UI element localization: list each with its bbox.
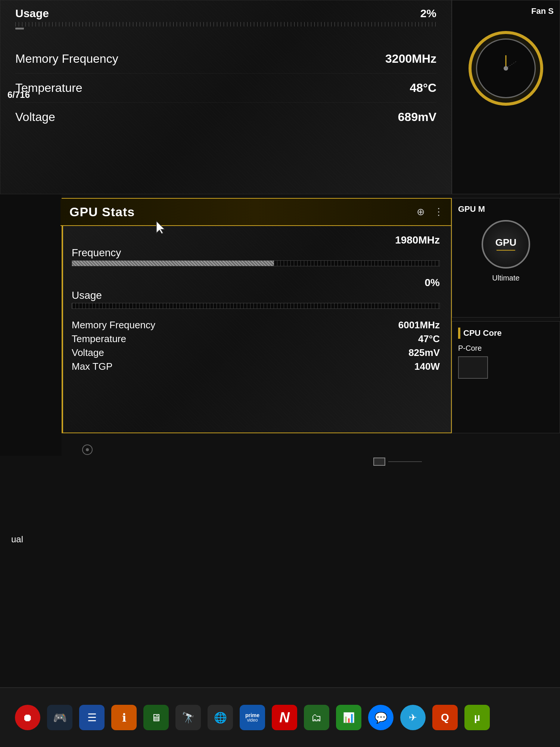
crosshair-icon[interactable]: ⊕ (417, 206, 425, 218)
gpu-usage-value: 0% (425, 277, 440, 289)
gpu-usage-progress (72, 303, 440, 309)
memory-freq-value: 3200MHz (385, 52, 436, 66)
fan-s-label: Fan S (531, 6, 554, 16)
scroll-pos-line (388, 461, 422, 462)
messenger-icon[interactable]: 💬 (368, 705, 393, 730)
netflix-icon[interactable]: N (272, 705, 297, 730)
gpu-badge: GPU (482, 220, 530, 269)
menu-lines-icon[interactable]: ☰ (79, 705, 105, 730)
gpu-stats-content: 1980MHz Frequency 0% Usage (60, 226, 451, 378)
gpu-badge-text: GPU (495, 237, 516, 248)
gpu-frequency-value: 1980MHz (395, 234, 440, 246)
target-dot-icon (86, 448, 89, 451)
gpu-voltage-label: Voltage (72, 347, 391, 359)
usage-value-row: 0% (72, 275, 440, 289)
gpu-stats-title: GPU Stats (69, 205, 135, 219)
prime-video-icon[interactable]: prime video (240, 705, 265, 730)
info-circle-icon[interactable]: ℹ (111, 705, 137, 730)
gpu-badge-line (497, 250, 515, 251)
gpu-m-label: GPU M (458, 204, 485, 214)
scroll-position-bar (373, 458, 422, 466)
ual-label: ual (11, 534, 23, 545)
scroll-target-icon (82, 444, 93, 455)
taskbar: ⏺ 🎮 ☰ ℹ 🖥 🔭 🌐 prime video (0, 687, 560, 747)
gpu-maxtgp-value: 140W (398, 361, 440, 372)
voltage-row: Voltage 689mV (15, 103, 436, 131)
voltage-label: Voltage (15, 110, 55, 124)
target-circle-icon (82, 444, 93, 455)
gpu-mem-freq-label: Memory Frequency (72, 319, 391, 331)
utorrent-icon[interactable]: µ (464, 705, 490, 730)
memory-freq-label: Memory Frequency (15, 52, 118, 66)
gpu-usage-label-row: Usage (72, 289, 440, 301)
gpu-mem-freq-value: 6001MHz (398, 319, 440, 331)
freq-fill (72, 261, 274, 266)
cpu-core-accent (458, 328, 460, 339)
scroll-pos-indicator (373, 458, 385, 466)
usage-header-row: Usage 2% (0, 0, 451, 22)
ultimate-label: Ultimate (492, 274, 519, 282)
record-icon[interactable]: ⏺ (15, 705, 40, 730)
gpu-temp-label: Temperature (72, 333, 391, 345)
p-core-box (458, 356, 488, 379)
computer-icon[interactable]: 🖥 (143, 705, 169, 730)
temperature-label: Temperature (15, 81, 83, 95)
system-monitor-icon[interactable]: 📊 (336, 705, 361, 730)
telescope-icon[interactable]: 🔭 (175, 705, 201, 730)
gpu-stats-panel: GPU Stats ⊕ ⋮ 1980MHz Frequency (60, 198, 452, 433)
left-edge-fill (0, 194, 62, 456)
usage-tick-bar (15, 22, 436, 27)
top-stats-section: Memory Frequency 3200MHz Temperature 48°… (0, 30, 451, 139)
cpu-core-label: CPU Core (463, 328, 502, 338)
memory-freq-row: Memory Frequency 3200MHz (15, 44, 436, 74)
usage-progress-container (0, 22, 451, 30)
fan-gauge-inner (476, 38, 536, 98)
voltage-value: 689mV (398, 110, 436, 124)
gpu-stats-header: GPU Stats ⊕ ⋮ (60, 199, 451, 226)
vertical-dots-icon[interactable]: ⋮ (434, 206, 444, 218)
steam-icon[interactable]: 🎮 (47, 705, 72, 730)
usage-label: Usage (15, 7, 49, 20)
gpu-freq-progress (72, 260, 440, 266)
qbittorrent-icon[interactable]: Q (432, 705, 458, 730)
screen: Usage 2% Memory Frequency 3200MHz Temper… (0, 0, 560, 747)
folder-icon[interactable]: 🗂 (304, 705, 329, 730)
gpu-frequency-label: Frequency (72, 247, 440, 259)
cpu-core-header: CPU Core (458, 328, 554, 339)
right-gpu-panel: GPU M GPU Ultimate (452, 198, 560, 317)
usage-value: 2% (420, 7, 436, 20)
right-top-panel: Fan S (452, 0, 560, 194)
gpu-voltage-value: 825mV (398, 347, 440, 359)
fan-gauge-outer (469, 31, 543, 106)
network-icon[interactable]: 🌐 (208, 705, 233, 730)
gpu-temp-value: 47°C (398, 333, 440, 345)
usage-tick-marks (72, 303, 439, 309)
temperature-row: Temperature 48°C (15, 74, 436, 103)
freq-value-row: 1980MHz (72, 232, 440, 247)
top-panel: Usage 2% Memory Frequency 3200MHz Temper… (0, 0, 452, 194)
right-cpu-panel: CPU Core P-Core (452, 321, 560, 433)
p-core-label: P-Core (458, 344, 554, 353)
telegram-icon[interactable]: ✈ (400, 705, 426, 730)
temperature-value: 48°C (410, 81, 437, 95)
gpu-header-icons: ⊕ ⋮ (417, 206, 444, 218)
gpu-bottom-stats: Memory Frequency 6001MHz Temperature 47°… (72, 319, 440, 372)
gpu-maxtgp-label: Max TGP (72, 361, 391, 372)
fan-gauge-svg (487, 50, 525, 87)
